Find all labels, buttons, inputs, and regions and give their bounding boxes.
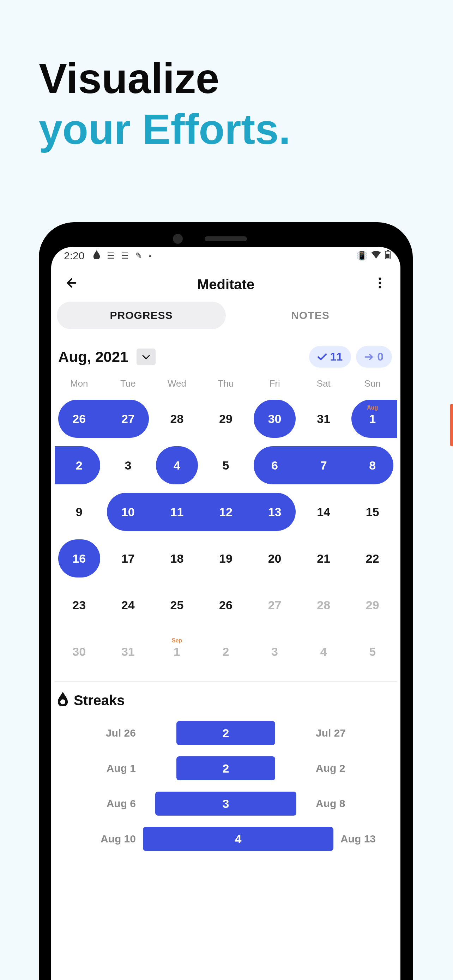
day-number: 13	[268, 505, 281, 519]
headline-line-1: Visualize	[39, 53, 290, 104]
calendar-day[interactable]: 20	[250, 535, 299, 582]
day-number: 16	[72, 552, 86, 565]
calendar-day[interactable]: 5	[202, 442, 251, 488]
drop-icon	[93, 250, 100, 261]
day-number: 6	[271, 458, 278, 473]
day-number: 3	[271, 645, 278, 659]
svg-point-5	[379, 286, 381, 289]
calendar-day[interactable]: 26	[202, 582, 251, 628]
day-number: 23	[72, 598, 86, 612]
calendar-week: 9101112131415	[55, 488, 397, 535]
calendar-day[interactable]: 27	[250, 582, 299, 628]
calendar-day[interactable]: 30	[250, 395, 299, 442]
calendar-day[interactable]: 9	[55, 488, 104, 535]
flame-icon	[57, 692, 69, 709]
streak-bar[interactable]: 2	[176, 756, 275, 780]
status-bar: 2:20 ☰ ☰ ✎ ● 📳	[51, 247, 401, 263]
calendar-day[interactable]: 26	[55, 395, 104, 442]
day-number: 24	[121, 598, 135, 612]
streak-start-label: Aug 10	[58, 833, 136, 845]
day-number: 28	[317, 598, 330, 612]
streak-bar[interactable]: 3	[155, 792, 296, 816]
calendar-day[interactable]: 6	[250, 442, 299, 488]
status-right: 📳	[357, 250, 391, 261]
arrow-right-icon	[364, 353, 374, 361]
calendar-day[interactable]: 2	[202, 628, 251, 675]
calendar-day[interactable]: 28	[299, 582, 348, 628]
calendar-day[interactable]: 19	[202, 535, 251, 582]
calendar-week: 3031Sep12345	[55, 628, 397, 675]
calendar-day[interactable]: 2	[55, 442, 104, 488]
calendar-day[interactable]: 31	[104, 628, 153, 675]
done-count: 11	[330, 350, 343, 363]
day-number: 26	[72, 412, 86, 426]
calendar-day[interactable]: 23	[55, 582, 104, 628]
calendar-day[interactable]: 3	[104, 442, 153, 488]
calendar-day[interactable]: 28	[153, 395, 202, 442]
dow-cell: Thu	[202, 378, 251, 389]
calendar-day[interactable]: 8	[348, 442, 397, 488]
dow-cell: Fri	[250, 378, 299, 389]
calendar-day[interactable]: 4	[299, 628, 348, 675]
wifi-icon	[372, 251, 381, 261]
day-of-week-header: MonTueWedThuFriSatSun	[55, 378, 397, 395]
day-number: 15	[366, 505, 379, 519]
calendar-day[interactable]: 12	[202, 488, 251, 535]
streak-row: Aug 104Aug 13	[58, 827, 393, 851]
calendar-day[interactable]: 27	[104, 395, 153, 442]
calendar-day[interactable]: 18	[153, 535, 202, 582]
month-dropdown[interactable]	[137, 348, 156, 365]
calendar-day[interactable]: 16	[55, 535, 104, 582]
streaks-title: Streaks	[74, 692, 125, 708]
streak-start-label: Aug 1	[58, 762, 136, 774]
calendar-day[interactable]: 30	[55, 628, 104, 675]
calendar-day[interactable]: 3	[250, 628, 299, 675]
streak-start-label: Aug 6	[58, 798, 136, 810]
calendar-day[interactable]: 31	[299, 395, 348, 442]
day-number: 10	[121, 505, 135, 519]
app-header: Meditate	[51, 263, 401, 302]
day-number: 21	[317, 552, 330, 565]
done-count-badge[interactable]: 11	[309, 346, 351, 368]
day-number: 30	[268, 412, 281, 426]
svg-point-6	[60, 699, 65, 704]
streak-bar-wrap: 2	[143, 756, 309, 780]
calendar-day[interactable]: 14	[299, 488, 348, 535]
calendar-day[interactable]: 29	[202, 395, 251, 442]
day-number: 14	[317, 505, 330, 519]
back-button[interactable]	[61, 277, 82, 292]
streak-bar[interactable]: 2	[176, 721, 275, 745]
marketing-headline: Visualize your Efforts.	[39, 53, 290, 154]
calendar-day[interactable]: 24	[104, 582, 153, 628]
calendar-day[interactable]: 15	[348, 488, 397, 535]
calendar-day[interactable]: 25	[153, 582, 202, 628]
calendar-day[interactable]: Sep1	[153, 628, 202, 675]
calendar-day[interactable]: 21	[299, 535, 348, 582]
more-button[interactable]	[369, 277, 391, 292]
tab-progress[interactable]: PROGRESS	[57, 302, 226, 329]
streak-bar[interactable]: 4	[143, 827, 334, 851]
calendar-day[interactable]: 11	[153, 488, 202, 535]
check-icon	[318, 353, 327, 361]
calendar-day[interactable]: 29	[348, 582, 397, 628]
calendar-day[interactable]: 7	[299, 442, 348, 488]
calendar-day[interactable]: Aug1	[348, 395, 397, 442]
calendar-day[interactable]: 22	[348, 535, 397, 582]
calendar-day[interactable]: 17	[104, 535, 153, 582]
calendar-week: 2345678	[55, 442, 397, 488]
streak-start-label: Jul 26	[58, 727, 136, 739]
headline-line-2: your Efforts.	[39, 104, 290, 154]
skip-count: 0	[377, 350, 383, 363]
calendar-day[interactable]: 10	[104, 488, 153, 535]
day-number: 4	[320, 645, 327, 659]
streak-end-label: Aug 8	[316, 798, 393, 810]
day-number: 12	[219, 505, 232, 519]
calendar-day[interactable]: 4	[153, 442, 202, 488]
divider	[55, 681, 397, 682]
skip-count-badge[interactable]: 0	[356, 346, 392, 368]
tab-notes[interactable]: NOTES	[226, 302, 395, 329]
calendar-day[interactable]: 13	[250, 488, 299, 535]
calendar-day[interactable]: 5	[348, 628, 397, 675]
streak-bar-wrap: 3	[143, 792, 309, 816]
month-row: Aug, 2021 11 0	[51, 343, 401, 378]
